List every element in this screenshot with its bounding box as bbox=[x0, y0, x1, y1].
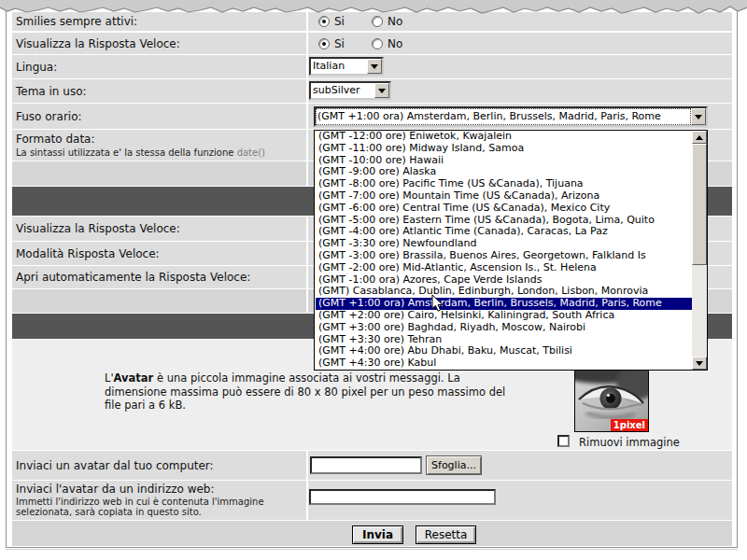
column-divider bbox=[306, 242, 308, 265]
timezone-option[interactable]: (GMT) Casablanca, Dublin, Edinburgh, Lon… bbox=[316, 286, 692, 298]
quick-reply-radio-no[interactable] bbox=[372, 38, 383, 49]
scrollbar-thumb[interactable] bbox=[692, 144, 707, 265]
column-divider bbox=[306, 79, 308, 103]
avatar-description: L'Avatar è una piccola immagine associat… bbox=[105, 371, 553, 413]
language-select-value: Italian bbox=[311, 59, 367, 74]
timezone-option[interactable]: (GMT -8:00 ore) Pacific Time (US &Canada… bbox=[316, 178, 692, 190]
dropdown-scrollbar[interactable] bbox=[692, 131, 707, 370]
avatar-url-hint-line1: Immetti l'indirizzo web in cui è contenu… bbox=[16, 497, 264, 507]
avatar-url-row: Inviaci l'avatar da un indirizzo web: Im… bbox=[12, 481, 732, 520]
timezone-option[interactable]: (GMT -9:00 ore) Alaska bbox=[316, 166, 692, 178]
avatar-url-hint-line2: selezionata, sarà copiata in questo sito… bbox=[16, 507, 202, 517]
remove-avatar-label: Rimuovi immagine bbox=[579, 436, 680, 449]
smilies-radio-no[interactable] bbox=[372, 16, 383, 27]
theme-select-value: subSilver bbox=[311, 83, 374, 98]
mouse-cursor bbox=[431, 294, 444, 313]
language-row: Lingua: Italian bbox=[12, 55, 732, 78]
quick-reply-view-row: Visualizza la Risposta Veloce: Si No bbox=[12, 33, 732, 54]
timezone-option[interactable]: (GMT -6:00 ore) Central Time (US &Canada… bbox=[316, 203, 692, 215]
avatar-credit-badge: 1pixel bbox=[611, 419, 648, 431]
theme-row: Tema in uso: subSilver bbox=[12, 79, 732, 103]
remove-avatar-checkbox[interactable] bbox=[557, 435, 570, 447]
page-frame-left bbox=[6, 9, 7, 548]
quick-reply-radio-no-label: No bbox=[388, 37, 402, 50]
theme-label: Tema in uso: bbox=[16, 85, 87, 98]
avatar-image: 1pixel bbox=[574, 367, 649, 432]
column-divider bbox=[306, 104, 308, 129]
date-format-hint: La sintassi utilizzata e' la stessa dell… bbox=[16, 147, 265, 158]
column-divider bbox=[306, 55, 308, 78]
column-divider bbox=[306, 130, 308, 161]
quick-reply-auto-label: Apri automaticamente la Risposta Veloce: bbox=[16, 271, 250, 284]
avatar-url-input[interactable] bbox=[309, 489, 496, 505]
timezone-select-value: (GMT +1:00 ora) Amsterdam, Berlin, Bruss… bbox=[316, 108, 691, 125]
smilies-radio-no-label: No bbox=[388, 15, 402, 28]
chevron-down-icon bbox=[378, 89, 386, 93]
date-function-link: date() bbox=[237, 147, 265, 158]
quick-reply-view-label-2: Visualizza la Risposta Veloce: bbox=[16, 222, 180, 235]
timezone-option[interactable]: (GMT -2:00 ore) Mid-Atlantic, Ascension … bbox=[316, 262, 692, 274]
theme-select[interactable]: subSilver bbox=[309, 81, 391, 100]
timezone-option[interactable]: (GMT -3:30 ore) Newfoundland bbox=[316, 238, 692, 250]
column-divider bbox=[306, 33, 308, 54]
timezone-select-arrow[interactable] bbox=[691, 108, 706, 125]
date-format-label: Formato data: bbox=[16, 133, 95, 146]
avatar-upload-label: Inviaci un avatar dal tuo computer: bbox=[16, 459, 214, 472]
timezone-option[interactable]: (GMT -5:00 ore) Eastern Time (US &Canada… bbox=[316, 215, 692, 227]
torn-edge-decoration bbox=[0, 0, 747, 17]
browse-button[interactable]: Sfoglia... bbox=[426, 455, 482, 475]
scroll-down-button[interactable] bbox=[692, 357, 707, 370]
column-divider bbox=[306, 161, 308, 186]
quick-reply-radio-yes[interactable] bbox=[318, 38, 330, 49]
submit-button[interactable]: Invia bbox=[352, 525, 403, 544]
avatar-file-input[interactable] bbox=[310, 456, 422, 474]
timezone-label: Fuso orario: bbox=[16, 110, 82, 123]
timezone-option[interactable]: (GMT -4:00 ore) Atlantic Time (Canada), … bbox=[316, 226, 692, 238]
timezone-option[interactable]: (GMT +2:00 ore) Cairo, Helsinki, Kalinin… bbox=[316, 310, 692, 322]
timezone-select[interactable]: (GMT +1:00 ora) Amsterdam, Berlin, Bruss… bbox=[314, 106, 708, 127]
timezone-option[interactable]: (GMT -1:00 ora) Azores, Cape Verde Islan… bbox=[316, 274, 692, 287]
page-frame-right bbox=[737, 9, 738, 548]
column-divider bbox=[306, 266, 308, 288]
language-select[interactable]: Italian bbox=[309, 57, 384, 76]
page-frame-bottom bbox=[6, 547, 738, 548]
timezone-option[interactable]: (GMT +4:30 ore) Kabul bbox=[316, 357, 692, 370]
timezone-option[interactable]: (GMT -10:00 ore) Hawaii bbox=[316, 155, 692, 167]
timezone-option[interactable]: (GMT +3:00 ore) Baghdad, Riyadh, Moscow,… bbox=[316, 322, 692, 334]
column-divider bbox=[306, 217, 308, 241]
timezone-option[interactable]: (GMT -3:00 ore) Brassila, Buenos Aires, … bbox=[316, 250, 692, 262]
timezone-option[interactable]: (GMT -11:00 ore) Midway Island, Samoa bbox=[316, 143, 692, 155]
timezone-option[interactable]: (GMT -12:00 ore) Eniwetok, Kwajalein bbox=[316, 131, 692, 143]
smilies-radio-yes[interactable] bbox=[318, 16, 330, 27]
avatar-url-label: Inviaci l'avatar da un indirizzo web: bbox=[16, 483, 215, 496]
timezone-option[interactable]: (GMT +4:00 ore) Abu Dhabi, Baku, Muscat,… bbox=[316, 345, 692, 357]
quick-reply-view-label: Visualizza la Risposta Veloce: bbox=[16, 37, 180, 50]
language-label: Lingua: bbox=[16, 61, 57, 74]
triangle-up-icon bbox=[696, 135, 703, 140]
smilies-label: Smilies sempre attivi: bbox=[16, 15, 137, 28]
page-frame-bottom-shadow bbox=[6, 549, 738, 550]
timezone-option[interactable]: (GMT -7:00 ore) Mountain Time (US &Canad… bbox=[316, 190, 692, 203]
chevron-down-icon bbox=[695, 115, 702, 119]
column-divider bbox=[306, 451, 308, 480]
language-select-arrow[interactable] bbox=[367, 59, 382, 74]
scroll-up-button[interactable] bbox=[692, 131, 707, 144]
avatar-upload-row: Inviaci un avatar dal tuo computer: Sfog… bbox=[12, 451, 732, 480]
timezone-option[interactable]: (GMT +1:00 ora) Amsterdam, Berlin, Bruss… bbox=[316, 298, 692, 310]
timezone-option[interactable]: (GMT +3:30 ore) Tehran bbox=[316, 334, 692, 346]
triangle-down-icon bbox=[696, 361, 703, 366]
quick-reply-radio-yes-label: Si bbox=[334, 37, 345, 50]
form-actions-bar: Invia Resetta bbox=[12, 521, 732, 546]
quick-reply-mode-label: Modalità Risposta Veloce: bbox=[16, 247, 160, 260]
smilies-radio-yes-label: Si bbox=[334, 15, 345, 28]
reset-button[interactable]: Resetta bbox=[416, 525, 476, 544]
theme-select-arrow[interactable] bbox=[374, 83, 389, 98]
timezone-dropdown-list: (GMT -12:00 ore) Eniwetok, Kwajalein(GMT… bbox=[314, 130, 708, 371]
column-divider bbox=[306, 289, 308, 313]
timezone-options: (GMT -12:00 ore) Eniwetok, Kwajalein(GMT… bbox=[316, 131, 692, 370]
chevron-down-icon bbox=[371, 64, 378, 69]
column-divider bbox=[306, 481, 308, 520]
profile-settings-page: Smilies sempre attivi: Si No Visualizza … bbox=[0, 0, 747, 560]
